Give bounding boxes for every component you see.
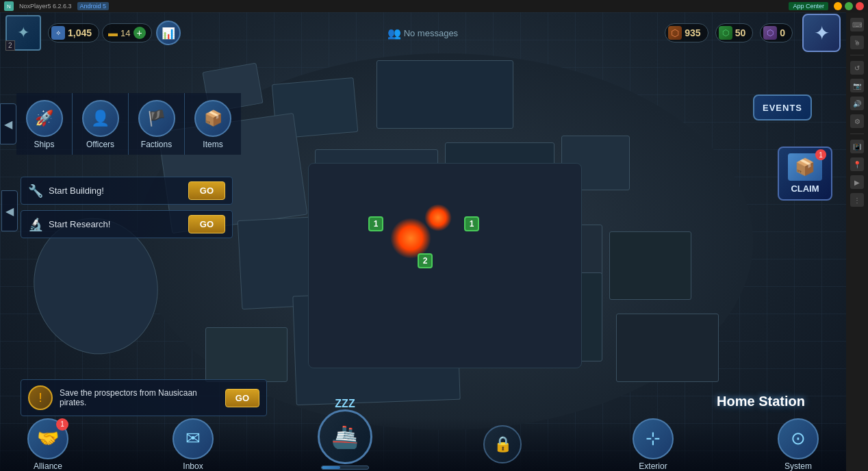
titlebar: N NoxPlayer5 6.2.6.3 Android 5 App Cente… <box>0 0 868 12</box>
officers-label: Officers <box>86 140 114 149</box>
task-arrow[interactable]: ◀ <box>1 190 18 231</box>
alliance-value: 1,045 <box>68 27 92 38</box>
drydock-ship-icon: ZZZ 🚢 <box>318 409 372 464</box>
minimize-btn[interactable] <box>834 2 842 10</box>
claim-badge: 1 <box>815 149 826 160</box>
nav-ships[interactable]: 🚀 Ships <box>16 93 73 155</box>
quest-go-btn[interactable]: GO <box>225 389 259 407</box>
map-badge-2[interactable]: 2 <box>418 253 433 268</box>
player-level: 2 <box>5 40 15 51</box>
credits-resource: ⬡ 0 <box>760 23 793 42</box>
tritanium-resource: ⬡ 50 <box>715 23 754 42</box>
left-nav: ◀ 🚀 Ships 👤 Officers 🏴 Factions 📦 Items <box>0 93 241 155</box>
factions-icon: 🏴 <box>138 100 175 137</box>
map-badge-1[interactable]: 1 <box>368 216 383 231</box>
zzz-label: ZZZ <box>335 398 355 410</box>
alliance-badge: 1 <box>56 418 68 431</box>
maximize-btn[interactable] <box>845 2 853 10</box>
research-go-btn[interactable]: GO <box>188 215 225 233</box>
officers-icon: 👤 <box>82 100 119 137</box>
lock-btn[interactable]: 🔒 <box>483 425 522 463</box>
nav-factions[interactable]: 🏴 Factions <box>129 93 185 155</box>
drydock-progress-bar <box>321 466 369 470</box>
game-area: 1 2 1 ✦ 2 ⟡ 1,045 ▬ 14 + 📊 <box>0 12 846 471</box>
player-avatar[interactable]: ✦ 2 <box>5 15 41 51</box>
close-btn[interactable] <box>856 2 864 10</box>
credits-value: 0 <box>780 27 785 38</box>
bottom-nav: 🤝 1 Alliance ✉ Inbox ZZZ 🚢 DRYDOCK B 🔒 <box>0 418 846 471</box>
gold-icon: ▬ <box>108 27 118 38</box>
messages-text: No messages <box>404 28 458 38</box>
nox-rotate-icon[interactable]: ↺ <box>850 61 864 75</box>
top-right-resources: ⬡ 935 ⬡ 50 ⬡ 0 ✦ <box>665 14 841 52</box>
app-center-btn[interactable]: App Center <box>789 2 828 10</box>
exterior-icon: ⊹ <box>633 418 674 459</box>
events-label: EVENTS <box>763 103 802 113</box>
nox-volume-icon[interactable]: 🔊 <box>850 97 864 110</box>
research-icon: 🔬 <box>28 217 43 232</box>
player-info: ✦ 2 <box>5 15 41 51</box>
ships-icon: 🚀 <box>26 100 63 137</box>
nox-mouse-icon[interactable]: 🖱 <box>850 36 864 49</box>
build-go-btn[interactable]: GO <box>188 181 225 200</box>
exterior-btn[interactable]: ⊹ Exterior <box>633 418 674 471</box>
task-research: 🔬 Start Research! GO <box>21 210 233 238</box>
task-panel: ◀ 🔧 Start Building! GO 🔬 Start Research!… <box>21 177 233 238</box>
drydock-btn[interactable]: ZZZ 🚢 DRYDOCK B <box>318 409 372 471</box>
nox-shake-icon[interactable]: 📳 <box>850 140 864 153</box>
messages-icon: 👥 <box>387 27 401 40</box>
ships-label: Ships <box>34 140 54 149</box>
starfleet-badge[interactable]: ✦ <box>802 14 841 52</box>
nox-right-sidebar: ⌨ 🖱 ↺ 📷 🔊 ⚙ 📳 📍 ▶ ⋮ <box>846 12 868 471</box>
nox-screenshot-icon[interactable]: 📷 <box>850 79 864 92</box>
nox-gps-icon[interactable]: 📍 <box>850 157 864 171</box>
nox-multi-icon[interactable]: ⋮ <box>850 193 864 207</box>
map-badge-3[interactable]: 1 <box>464 216 479 231</box>
stats-btn[interactable]: 📊 <box>156 21 181 45</box>
items-label: Items <box>203 140 222 149</box>
tritanium-value: 50 <box>735 27 746 38</box>
claim-button[interactable]: 📦 1 CLAIM <box>778 147 832 201</box>
nox-icon: N <box>4 1 14 11</box>
events-button[interactable]: EVENTS <box>753 94 812 120</box>
claim-label: CLAIM <box>784 183 826 194</box>
top-hud: ✦ 2 ⟡ 1,045 ▬ 14 + 📊 👥 No messages <box>0 12 846 53</box>
starfleet-icon: ✦ <box>17 24 29 42</box>
lock-icon: 🔒 <box>483 425 522 463</box>
gold-value: 14 <box>120 28 130 38</box>
quest-alert-icon: ! <box>28 385 53 410</box>
alliance-label: Alliance <box>34 461 62 471</box>
alliance-resource-bar: ⟡ 1,045 <box>48 23 99 42</box>
system-icon: ⊙ <box>778 418 819 459</box>
alliance-icon: ⟡ <box>51 26 65 40</box>
credits-icon: ⬡ <box>763 26 777 40</box>
task-build: 🔧 Start Building! GO <box>21 177 233 205</box>
build-text: Start Building! <box>49 186 183 196</box>
claim-package-icon: 📦 1 <box>788 153 822 181</box>
build-icon: 🔧 <box>28 183 43 199</box>
android-badge: Android 5 <box>77 2 110 10</box>
nox-macro-icon[interactable]: ▶ <box>850 175 864 189</box>
system-btn[interactable]: ⊙ System <box>778 418 819 471</box>
items-icon: 📦 <box>194 100 231 137</box>
alliance-btn[interactable]: 🤝 1 Alliance <box>27 418 68 471</box>
add-gold-btn[interactable]: + <box>133 27 146 39</box>
parsteel-value: 935 <box>685 27 700 38</box>
nox-version: NoxPlayer5 6.2.6.3 <box>19 3 72 10</box>
quest-text: Save the prospectors from Nausicaan pira… <box>60 388 218 407</box>
nox-settings-icon[interactable]: ⚙ <box>850 114 864 128</box>
nox-keyboard-icon[interactable]: ⌨ <box>850 18 864 31</box>
inbox-label: Inbox <box>183 461 203 471</box>
inbox-btn[interactable]: ✉ Inbox <box>173 418 214 471</box>
alliance-icon: 🤝 1 <box>27 418 68 459</box>
system-label: System <box>784 461 812 471</box>
exterior-label: Exterior <box>639 461 667 471</box>
nav-left-arrow[interactable]: ◀ <box>0 103 16 144</box>
nav-items[interactable]: 📦 Items <box>185 93 241 155</box>
messages-center: 👥 No messages <box>181 27 665 40</box>
factions-label: Factions <box>141 140 172 149</box>
home-station-label: Home Station <box>717 394 805 409</box>
nav-officers[interactable]: 👤 Officers <box>73 93 129 155</box>
parsteel-icon: ⬡ <box>668 26 682 40</box>
inbox-icon: ✉ <box>173 418 214 459</box>
